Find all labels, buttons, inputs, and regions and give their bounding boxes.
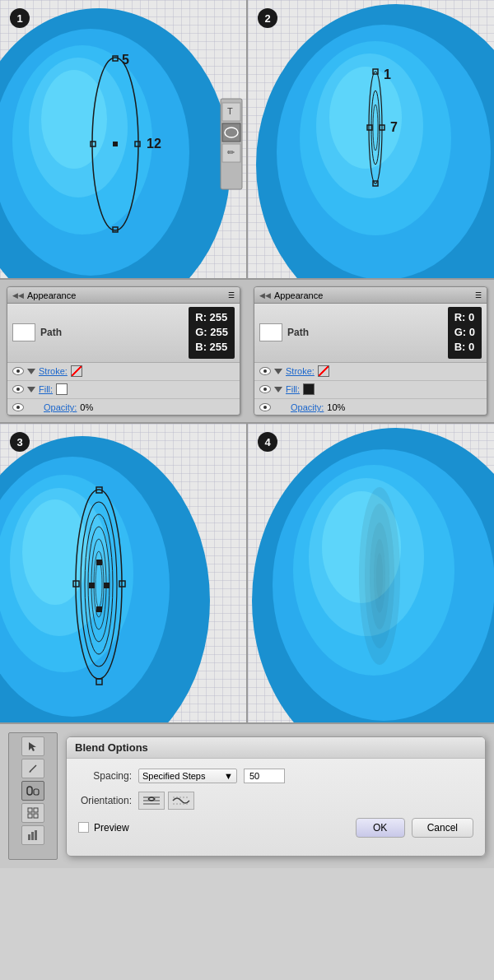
cancel-button[interactable]: Cancel <box>412 818 473 838</box>
ap1-titlebar: ◀◀ Appearance ☰ <box>7 287 240 304</box>
svg-rect-68 <box>34 808 38 812</box>
svg-rect-51 <box>96 606 102 612</box>
top-canvas-row: 1 5 12 T <box>0 0 494 280</box>
step-number-2: 2 <box>258 8 277 28</box>
svg-rect-52 <box>89 583 95 588</box>
ap1-rgb-g: G: 255 <box>195 325 228 340</box>
panel-step1: 1 5 12 T <box>0 0 248 278</box>
ap2-menu-icon[interactable]: ☰ <box>475 291 482 300</box>
ap2-path-preview <box>259 323 282 341</box>
svg-text:T: T <box>227 106 233 116</box>
ap2-rgb-box: R: 0 G: 0 B: 0 <box>448 307 482 359</box>
blend-dialog-body: Spacing: Specified Steps ▼ Orientation: <box>67 759 485 856</box>
ap1-fill-triangle[interactable] <box>27 387 35 392</box>
ap1-opacity-label[interactable]: Opacity: <box>44 402 77 412</box>
ap2-path-label: Path <box>287 327 309 338</box>
svg-rect-73 <box>35 830 37 840</box>
ap2-stroke-label[interactable]: Stroke: <box>286 366 315 376</box>
ap2-stroke-triangle[interactable] <box>274 369 282 374</box>
svg-text:7: 7 <box>390 120 398 134</box>
steps-input[interactable] <box>244 769 285 783</box>
ap2-rgb-r: R: 0 <box>454 310 475 325</box>
ap2-fill-label[interactable]: Fill: <box>286 384 300 394</box>
svg-point-24 <box>329 67 402 169</box>
ap1-rgb-box: R: 255 G: 255 B: 255 <box>189 307 235 359</box>
ap2-title-left: ◀◀ Appearance <box>259 290 323 300</box>
blend-dialog-title: Blend Options <box>67 737 485 759</box>
svg-point-63 <box>376 553 383 599</box>
svg-rect-67 <box>28 808 32 812</box>
orientation-buttons <box>138 792 194 810</box>
svg-text:1: 1 <box>384 67 391 81</box>
ap1-fill-label[interactable]: Fill: <box>39 384 53 394</box>
ap2-title-label: Appearance <box>274 290 323 300</box>
svg-rect-8 <box>113 142 118 146</box>
orient-align-path-btn[interactable] <box>168 792 194 810</box>
ap1-fill-row: Fill: <box>7 381 240 399</box>
ap1-fill-eye[interactable] <box>12 385 24 393</box>
tool-select[interactable] <box>21 736 44 756</box>
panel-step2: 2 1 7 <box>248 0 494 278</box>
ap2-stroke-swatch[interactable] <box>318 365 329 377</box>
svg-text:12: 12 <box>147 137 161 151</box>
canvas-4-svg <box>248 424 494 722</box>
ap2-opacity-row: Opacity: 10% <box>254 399 487 416</box>
ap2-opacity-eye[interactable] <box>259 403 271 411</box>
ap2-fill-row: Fill: <box>254 381 487 399</box>
tool-grid[interactable] <box>21 803 44 823</box>
orient-align-page-btn[interactable] <box>138 792 165 810</box>
ap1-title-label: Appearance <box>27 290 76 300</box>
canvas-1-svg: 5 12 T ✏ <box>0 0 247 278</box>
tool-panel <box>8 732 58 860</box>
ap2-fill-triangle[interactable] <box>274 387 282 392</box>
tool-chart[interactable] <box>21 825 44 845</box>
spacing-dropdown-arrow: ▼ <box>224 771 233 781</box>
svg-rect-71 <box>28 834 30 840</box>
panel-step3: 3 <box>0 424 248 722</box>
ap1-stroke-swatch[interactable] <box>71 365 82 377</box>
ap1-stroke-triangle[interactable] <box>27 369 35 374</box>
ap1-opacity-row: Opacity: 0% <box>7 399 240 416</box>
appearance-panel-2: ◀◀ Appearance ☰ Path R: 0 G: 0 B: 0 Stro… <box>254 286 487 416</box>
svg-rect-65 <box>27 787 32 795</box>
ok-button[interactable]: OK <box>356 818 405 838</box>
ap1-header: Path R: 255 G: 255 B: 255 <box>7 304 240 363</box>
ap1-path-preview <box>12 323 35 341</box>
spacing-dropdown[interactable]: Specified Steps ▼ <box>138 769 237 783</box>
spacing-label: Spacing: <box>78 770 132 782</box>
svg-point-38 <box>22 499 88 605</box>
svg-rect-70 <box>34 814 38 818</box>
ap2-opacity-label[interactable]: Opacity: <box>291 402 324 412</box>
ap2-fill-eye[interactable] <box>259 385 271 393</box>
ap1-path-label: Path <box>40 327 62 338</box>
ap2-fill-swatch[interactable] <box>303 383 315 395</box>
dialog-row: Blend Options Spacing: Specified Steps ▼… <box>0 724 494 868</box>
svg-line-64 <box>30 765 36 772</box>
ap1-menu-icon[interactable]: ☰ <box>228 291 235 300</box>
preview-checkbox[interactable] <box>78 822 89 833</box>
ap2-rgb-b: B: 0 <box>454 340 475 355</box>
ap1-stroke-row: Stroke: <box>7 363 240 381</box>
ap2-opacity-val: 10% <box>327 402 345 412</box>
dialog-actions: OK Cancel <box>356 818 473 838</box>
ap2-titlebar: ◀◀ Appearance ☰ <box>254 287 487 304</box>
canvas-2-svg: 1 7 <box>248 0 494 278</box>
ap1-rgb-r: R: 255 <box>195 310 228 325</box>
ap1-fill-swatch[interactable] <box>56 383 68 395</box>
ap1-rgb-b: B: 255 <box>195 340 228 355</box>
ap1-stroke-label[interactable]: Stroke: <box>39 366 68 376</box>
ap2-stroke-eye[interactable] <box>259 367 271 375</box>
spacing-row: Spacing: Specified Steps ▼ <box>78 769 473 783</box>
ap1-opacity-eye[interactable] <box>12 403 24 411</box>
tool-blend[interactable] <box>21 781 44 801</box>
ap1-stroke-eye[interactable] <box>12 367 24 375</box>
bottom-canvas-row: 3 <box>0 424 494 724</box>
step-number-4: 4 <box>258 432 277 452</box>
tool-pencil[interactable] <box>21 759 44 778</box>
svg-text:✏: ✏ <box>227 147 235 157</box>
svg-text:5: 5 <box>122 53 129 67</box>
blend-options-dialog: Blend Options Spacing: Specified Steps ▼… <box>66 736 486 857</box>
orientation-row: Orientation: <box>78 792 473 810</box>
ap2-stroke-row: Stroke: <box>254 363 487 381</box>
orientation-label: Orientation: <box>78 795 132 806</box>
